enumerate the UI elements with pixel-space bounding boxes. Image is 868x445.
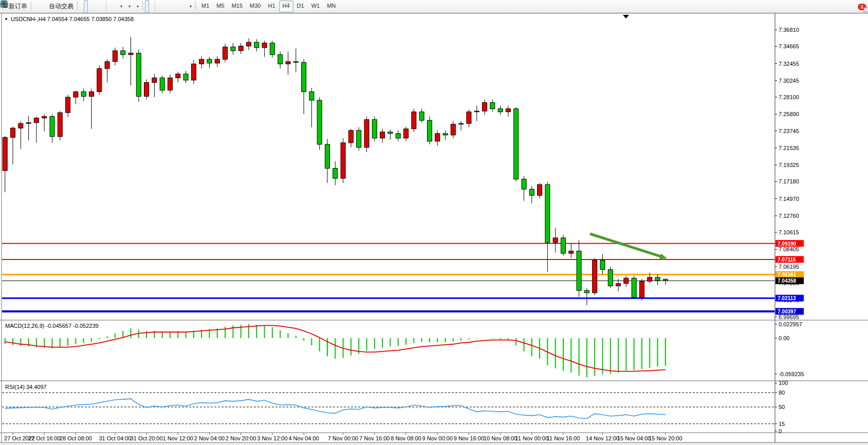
- time-tick-label: 28 Oct 08:00: [60, 435, 92, 441]
- text-button[interactable]: A: [177, 0, 181, 13]
- price-tick-label: 7.06195: [779, 264, 799, 270]
- candle-down: [254, 42, 259, 48]
- chevron-down-icon: ▾: [128, 4, 131, 9]
- candle-down: [600, 261, 605, 270]
- candle-up: [223, 47, 228, 59]
- candle-down: [160, 78, 164, 90]
- macd-indicator-label: MACD(12,26,9) -0.045657 -0.052239: [5, 323, 99, 329]
- horizontal-line-button[interactable]: [161, 0, 165, 13]
- new-chart-button[interactable]: [37, 0, 41, 13]
- toolbar-separator: [155, 2, 155, 11]
- candle-up: [648, 277, 652, 282]
- candle-up: [404, 129, 409, 138]
- candle-down: [655, 277, 660, 281]
- tile-windows-button[interactable]: [100, 0, 104, 13]
- toolbar-drag-handle[interactable]: [142, 2, 143, 11]
- price-tick-label: 7.08405: [779, 246, 799, 252]
- timeframe-m5[interactable]: M5: [213, 1, 228, 12]
- price-tick-label: 7.34665: [779, 43, 799, 49]
- candle-up: [97, 68, 102, 91]
- time-tick-label: 15 Nov 20:00: [649, 435, 682, 441]
- timeframe-d1[interactable]: D1: [293, 1, 308, 12]
- candle-down: [419, 112, 424, 121]
- candle-up: [624, 278, 629, 284]
- timeframe-group: M1M5M15M30H1H4D1W1MN: [198, 1, 339, 12]
- symbol-header[interactable]: ▼ USDCNH-,H4 7.04554 7.04655 7.03850 7.0…: [4, 16, 134, 22]
- candle-up: [483, 103, 487, 112]
- candle-down: [443, 134, 448, 135]
- timeframe-h4[interactable]: H4: [279, 1, 293, 12]
- candle-up: [262, 43, 267, 48]
- time-tick-label: 10 Nov 08:00: [484, 435, 517, 441]
- chart-shift-button[interactable]: [112, 0, 116, 13]
- timeframe-m1[interactable]: M1: [198, 1, 213, 12]
- crosshair-button[interactable]: [149, 0, 153, 13]
- periods-button[interactable]: ▾: [124, 0, 133, 13]
- rsi-tick-label: 100: [779, 380, 788, 386]
- market-button[interactable]: [33, 0, 37, 13]
- price-tick-label: 7.17180: [779, 178, 799, 184]
- candle-up: [66, 97, 70, 113]
- candle-down: [293, 62, 298, 63]
- candle-down: [490, 103, 495, 109]
- timeframe-h1[interactable]: H1: [264, 1, 279, 12]
- candle-up: [459, 123, 464, 124]
- auto-scroll-button[interactable]: [108, 0, 112, 13]
- price-tick-label: 7.32455: [779, 61, 799, 67]
- toolbar-drag-handle[interactable]: [195, 2, 196, 11]
- price-tick-label: 7.10615: [779, 229, 799, 235]
- text-label-button[interactable]: T: [181, 0, 186, 13]
- candle-up: [593, 261, 597, 293]
- collapse-triangle-icon[interactable]: ▼: [4, 17, 8, 22]
- candle-down: [121, 51, 125, 55]
- candlestick-chart-button[interactable]: [84, 0, 88, 13]
- candle-up: [616, 284, 621, 286]
- timeframe-mn[interactable]: MN: [323, 1, 339, 12]
- zoom-out-button[interactable]: [96, 0, 100, 13]
- window-bottom-strip: [0, 442, 868, 445]
- rsi-tick-label: 80: [779, 390, 785, 396]
- equidistant-channel-button[interactable]: E: [169, 0, 173, 13]
- candle-up: [34, 118, 39, 123]
- auto-trading-button[interactable]: 自动交易: [45, 0, 76, 13]
- bar-chart-button[interactable]: [80, 0, 84, 13]
- candle-up: [168, 78, 173, 90]
- candle-down: [561, 238, 566, 253]
- macd-tick-label: 0.00: [779, 335, 789, 341]
- candle-up: [89, 92, 94, 97]
- time-tick-label: 4 Nov 04:00: [288, 435, 319, 441]
- toolbar-drag-handle[interactable]: [77, 2, 78, 11]
- time-tick-label: 31 Oct 20:00: [131, 435, 163, 441]
- timeframe-w1[interactable]: W1: [308, 1, 324, 12]
- templates-button[interactable]: ▾: [133, 0, 141, 13]
- timeframe-m15[interactable]: M15: [228, 1, 246, 12]
- trendline-button[interactable]: [165, 0, 169, 13]
- arrows-button[interactable]: ▾: [186, 0, 194, 13]
- price-tick-label: 7.21535: [779, 145, 799, 151]
- candle-down: [545, 184, 550, 243]
- new-order-button[interactable]: 新订单: [5, 0, 29, 13]
- chart-canvas[interactable]: 7.368107.346657.324557.302457.281007.258…: [0, 0, 868, 445]
- candle-down: [270, 43, 274, 55]
- fibonacci-button[interactable]: F: [173, 0, 177, 13]
- rsi-indicator-label: RSI(14) 34.4097: [5, 384, 47, 390]
- candle-down: [357, 131, 361, 147]
- indicators-button[interactable]: ▾: [116, 0, 124, 13]
- line-chart-button[interactable]: [88, 0, 92, 13]
- zoom-in-button[interactable]: [92, 0, 96, 13]
- candle-up: [569, 251, 574, 254]
- candle-down: [231, 47, 235, 51]
- candle-down: [608, 270, 613, 286]
- candle-up: [538, 184, 542, 195]
- chevron-down-icon: ▾: [120, 4, 122, 9]
- vertical-line-button[interactable]: [157, 0, 161, 13]
- main-toolbar: 新订单 自动交易: [0, 0, 868, 13]
- candle-up: [11, 128, 15, 137]
- price-tag-label: 7.02113: [778, 295, 796, 301]
- signals-button[interactable]: [41, 0, 45, 13]
- timeframe-m30[interactable]: M30: [246, 1, 264, 12]
- candle-down: [522, 179, 526, 190]
- cursor-button[interactable]: [145, 0, 149, 13]
- new-order-label: 新订单: [9, 2, 27, 11]
- candle-up: [42, 117, 47, 118]
